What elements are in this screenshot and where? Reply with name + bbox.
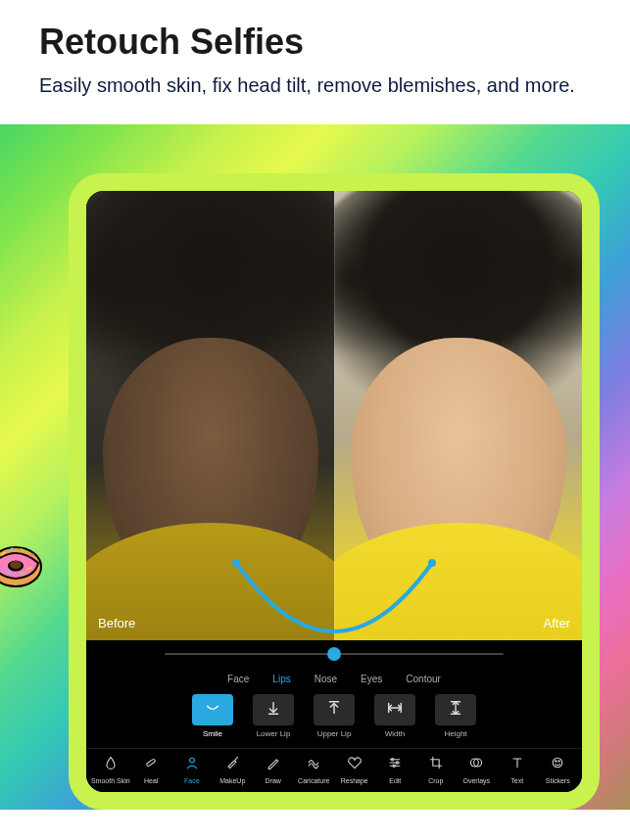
intensity-slider[interactable] [86,640,582,668]
face-region-tabs: Face Lips Nose Eyes Contour [86,668,582,686]
tool-smile[interactable]: Smile [187,694,238,738]
nav-smooth-skin[interactable]: Smooth Skin [90,755,131,784]
before-image [86,191,334,640]
svg-rect-23 [146,759,156,767]
sliders-icon [387,755,403,774]
promo-header: Retouch Selfies Easily smooth skin, fix … [0,0,630,124]
person-icon [184,755,200,774]
nav-caricature[interactable]: Caricature [294,755,335,784]
drop-icon [103,755,119,774]
height-icon [447,699,464,721]
lips-tool-row: Smile Lower Lip Upper Lip Width Height [86,686,582,748]
nav-overlays[interactable]: Overlays [457,755,498,784]
svg-point-24 [189,758,194,763]
nav-text[interactable]: Text [497,755,538,784]
after-image [334,191,582,640]
donut-sticker [0,539,43,588]
svg-point-38 [558,761,559,762]
tool-upper-lip[interactable]: Upper Lip [309,694,360,738]
svg-line-25 [235,757,237,759]
nav-draw[interactable]: Draw [253,755,294,784]
text-icon [509,755,525,774]
tab-nose[interactable]: Nose [315,674,337,684]
tool-width[interactable]: Width [369,694,420,738]
tool-lower-lip[interactable]: Lower Lip [248,694,299,738]
overlays-icon [468,755,484,774]
tab-lips[interactable]: Lips [272,674,290,684]
promo-canvas: Before After Face Lips Nose Eyes Contour… [0,124,630,810]
nav-makeup[interactable]: MakeUp [213,755,254,784]
arrow-up-icon [325,699,343,721]
page-title: Retouch Selfies [39,22,591,63]
sticker-icon [550,755,565,774]
tab-face[interactable]: Face [227,674,249,684]
smile-icon [204,699,221,721]
nav-reshape[interactable]: Reshape [334,755,375,784]
nav-heal[interactable]: Heal [131,755,172,784]
slider-thumb[interactable] [327,647,341,661]
tool-height[interactable]: Height [430,694,481,738]
before-after-view[interactable]: Before After [86,191,582,640]
tab-eyes[interactable]: Eyes [361,674,382,684]
bandage-icon [143,755,159,774]
nav-crop[interactable]: Crop [415,755,457,784]
tablet-frame: Before After Face Lips Nose Eyes Contour… [69,173,600,810]
before-label: Before [98,616,135,630]
warp-icon [306,755,321,774]
bottom-toolbar: Smooth Skin Heal Face MakeUp Draw [86,748,582,792]
nav-stickers[interactable]: Stickers [538,755,579,784]
svg-point-2 [10,561,22,569]
tab-contour[interactable]: Contour [406,674,441,684]
after-label: After [544,616,570,630]
nav-edit[interactable]: Edit [375,755,416,784]
width-icon [386,699,404,721]
crop-icon [428,755,444,774]
brush-icon [224,755,240,774]
page-subtitle: Easily smooth skin, fix head tilt, remov… [39,72,591,99]
app-screen: Before After Face Lips Nose Eyes Contour… [86,191,582,792]
pencil-icon [266,755,281,774]
svg-line-8 [27,568,31,569]
svg-point-37 [556,761,557,762]
nav-face[interactable]: Face [171,755,213,784]
arrow-down-icon [265,699,282,721]
compare-divider[interactable] [334,191,335,640]
heart-icon [347,755,363,774]
